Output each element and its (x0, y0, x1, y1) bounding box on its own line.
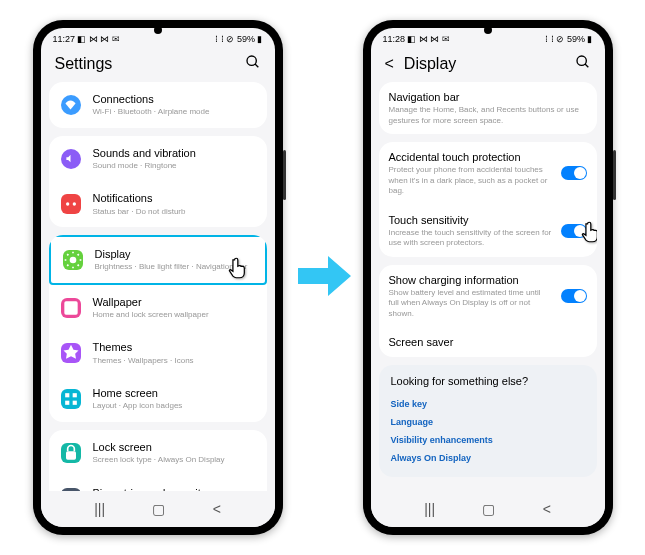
svg-rect-6 (65, 393, 69, 397)
item-title: Show charging information (389, 273, 553, 287)
settings-item-connections[interactable]: Connections Wi-Fi · Bluetooth · Airplane… (49, 82, 267, 128)
item-subtitle: Show battery level and estimated time un… (389, 288, 553, 319)
item-subtitle: Protect your phone from accidental touch… (389, 165, 553, 196)
item-subtitle: Home and lock screen wallpaper (93, 310, 255, 320)
home-screen-icon (61, 389, 81, 409)
svg-point-0 (247, 56, 256, 65)
nav-home[interactable]: ▢ (482, 501, 495, 517)
status-time: 11:28 (383, 34, 406, 44)
svg-rect-8 (65, 401, 69, 405)
settings-item-lock-screen[interactable]: Lock screen Screen lock type · Always On… (49, 430, 267, 476)
status-icons-left: ◧ ⋈ ⋈ ✉ (407, 34, 450, 44)
notifications-icon (61, 194, 81, 214)
item-title: Touch sensitivity (389, 213, 553, 227)
display-item-touch-sensitivity[interactable]: Touch sensitivity Increase the touch sen… (379, 205, 597, 257)
themes-icon (61, 343, 81, 363)
phone-left: 11:27 ◧ ⋈ ⋈ ✉ ⁞ ⁞ ⊘ 59% ▮ Settings Conne (33, 20, 283, 535)
camera-cutout (154, 26, 162, 34)
status-icons-right: ⁞ ⁞ ⊘ 59% ▮ (215, 34, 262, 44)
side-button (613, 150, 616, 200)
pointer-hand-icon (224, 255, 250, 281)
wallpaper-icon (61, 298, 81, 318)
svg-line-14 (585, 64, 588, 67)
item-title: Wallpaper (93, 295, 255, 309)
svg-point-13 (577, 56, 586, 65)
display-icon (63, 250, 83, 270)
svg-line-1 (255, 64, 258, 67)
footer-link-language[interactable]: Language (391, 413, 585, 431)
page-title: Settings (55, 55, 235, 73)
header: < Display (371, 46, 605, 82)
svg-rect-10 (66, 451, 76, 459)
status-icons-left: ◧ ⋈ ⋈ ✉ (77, 34, 120, 44)
back-icon[interactable]: < (385, 55, 394, 73)
item-title: Notifications (93, 191, 255, 205)
item-title: Connections (93, 92, 255, 106)
settings-item-sounds[interactable]: Sounds and vibration Sound mode · Ringto… (49, 136, 267, 182)
navigation-bar: ||| ▢ < (41, 491, 275, 527)
settings-item-themes[interactable]: Themes Themes · Wallpapers · Icons (49, 330, 267, 376)
biometrics-icon (61, 488, 81, 491)
nav-recents[interactable]: ||| (424, 501, 435, 517)
settings-item-wallpaper[interactable]: Wallpaper Home and lock screen wallpaper (49, 285, 267, 331)
nav-home[interactable]: ▢ (152, 501, 165, 517)
search-icon[interactable] (245, 54, 261, 74)
nav-recents[interactable]: ||| (94, 501, 105, 517)
svg-point-4 (69, 257, 76, 264)
item-subtitle: Screen lock type · Always On Display (93, 455, 255, 465)
item-subtitle: Status bar · Do not disturb (93, 207, 255, 217)
navigation-bar: ||| ▢ < (371, 491, 605, 527)
display-item-charging-info[interactable]: Show charging information Show battery l… (379, 265, 597, 327)
nav-back[interactable]: < (543, 501, 551, 517)
display-item-accidental-touch[interactable]: Accidental touch protection Protect your… (379, 142, 597, 204)
footer-title: Looking for something else? (391, 375, 585, 387)
settings-item-display[interactable]: Display Brightness · Blue light filter ·… (49, 235, 267, 285)
footer-link-visibility[interactable]: Visibility enhancements (391, 431, 585, 449)
footer-section: Looking for something else? Side key Lan… (379, 365, 597, 477)
item-title: Navigation bar (389, 90, 587, 104)
toggle-switch[interactable] (561, 289, 587, 303)
search-icon[interactable] (575, 54, 591, 74)
connections-icon (61, 95, 81, 115)
svg-point-2 (66, 203, 69, 206)
footer-link-aod[interactable]: Always On Display (391, 449, 585, 467)
display-item-navigation-bar[interactable]: Navigation bar Manage the Home, Back, an… (379, 82, 597, 134)
item-subtitle: Layout · App icon badges (93, 401, 255, 411)
pointer-hand-icon (577, 219, 597, 245)
item-title: Home screen (93, 386, 255, 400)
svg-point-3 (72, 203, 75, 206)
item-title: Lock screen (93, 440, 255, 454)
item-title: Sounds and vibration (93, 146, 255, 160)
footer-link-side-key[interactable]: Side key (391, 395, 585, 413)
nav-back[interactable]: < (213, 501, 221, 517)
lock-screen-icon (61, 443, 81, 463)
status-time: 11:27 (53, 34, 76, 44)
page-title: Display (404, 55, 565, 73)
item-title: Themes (93, 340, 255, 354)
svg-rect-9 (72, 401, 76, 405)
header: Settings (41, 46, 275, 82)
sounds-icon (61, 149, 81, 169)
phone-right: 11:28 ◧ ⋈ ⋈ ✉ ⁞ ⁞ ⊘ 59% ▮ < Display Navi… (363, 20, 613, 535)
item-subtitle: Themes · Wallpapers · Icons (93, 356, 255, 366)
item-subtitle: Wi-Fi · Bluetooth · Airplane mode (93, 107, 255, 117)
item-title: Screen saver (389, 335, 587, 349)
settings-item-home-screen[interactable]: Home screen Layout · App icon badges (49, 376, 267, 422)
svg-rect-7 (72, 393, 76, 397)
settings-item-notifications[interactable]: Notifications Status bar · Do not distur… (49, 181, 267, 227)
item-subtitle: Sound mode · Ringtone (93, 161, 255, 171)
side-button (283, 150, 286, 200)
item-title: Biometrics and security (93, 486, 255, 492)
item-title: Accidental touch protection (389, 150, 553, 164)
item-subtitle: Manage the Home, Back, and Recents butto… (389, 105, 587, 126)
display-item-screen-saver[interactable]: Screen saver (379, 327, 597, 357)
settings-item-biometrics[interactable]: Biometrics and security Face recognition… (49, 476, 267, 492)
status-icons-right: ⁞ ⁞ ⊘ 59% ▮ (545, 34, 592, 44)
svg-rect-5 (64, 301, 77, 314)
camera-cutout (484, 26, 492, 34)
toggle-switch[interactable] (561, 166, 587, 180)
arrow-icon (293, 251, 353, 305)
item-subtitle: Increase the touch sensitivity of the sc… (389, 228, 553, 249)
